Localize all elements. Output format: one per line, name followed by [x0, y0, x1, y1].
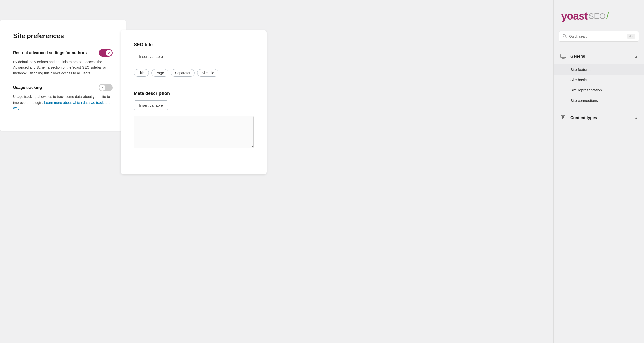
restrict-settings-header: Restrict advanced settings for authors ✓: [13, 49, 113, 57]
meta-description-label: Meta description: [134, 91, 254, 96]
site-preferences-panel: Site preferences Restrict advanced setti…: [0, 20, 126, 131]
svg-rect-2: [561, 54, 566, 58]
general-chevron-icon: ▲: [634, 54, 638, 58]
seo-title-tags-row: Title Page Separator Site title: [134, 65, 254, 81]
search-input[interactable]: [569, 34, 627, 38]
restrict-settings-label: Restrict advanced settings for authors: [13, 51, 87, 55]
general-section-header[interactable]: General ▲: [554, 49, 644, 63]
content-types-section-left: Content types: [560, 114, 597, 121]
restrict-settings-toggle[interactable]: ✓: [99, 49, 113, 57]
toggle-check-icon: ✓: [108, 51, 110, 55]
usage-tracking-header: Usage tracking ✕: [13, 84, 113, 91]
content-types-section-header[interactable]: Content types ▲: [554, 111, 644, 125]
nav-item-site-basics[interactable]: Site basics: [554, 75, 644, 85]
yoast-sidebar: yoast SEO / ⌘K General: [553, 0, 644, 343]
usage-tracking-label: Usage tracking: [13, 85, 42, 90]
nav-item-site-features[interactable]: Site features: [554, 64, 644, 75]
restrict-settings-description: By default only editors and administrato…: [13, 59, 113, 76]
nav-divider: [554, 109, 644, 109]
tag-site-title[interactable]: Site title: [197, 69, 218, 77]
content-types-section-title: Content types: [570, 116, 597, 120]
usage-tracking-row: Usage tracking ✕ Usage tracking allows u…: [13, 84, 113, 111]
svg-rect-6: [562, 117, 564, 118]
restrict-settings-row: Restrict advanced settings for authors ✓…: [13, 49, 113, 76]
toggle-x-icon: ✕: [101, 86, 104, 89]
svg-rect-8: [562, 116, 564, 117]
meta-description-insert-variable-button[interactable]: Insert variable: [134, 100, 168, 110]
tag-page[interactable]: Page: [151, 69, 168, 77]
seo-title-label: SEO title: [134, 42, 254, 47]
general-section-title: General: [570, 54, 585, 59]
svg-rect-7: [562, 118, 564, 119]
seo-title-section: SEO title Insert variable Title Page Sep…: [134, 42, 254, 81]
monitor-icon: [560, 53, 567, 60]
svg-line-1: [565, 37, 566, 38]
meta-description-textarea[interactable]: [134, 116, 254, 148]
yoast-logo: yoast SEO /: [554, 10, 644, 31]
content-types-chevron-icon: ▲: [634, 116, 638, 120]
logo-yoast-text: yoast: [561, 10, 588, 22]
seo-title-insert-variable-button[interactable]: Insert variable: [134, 52, 168, 61]
toggle-knob-off: ✕: [99, 85, 105, 91]
usage-tracking-toggle[interactable]: ✕: [99, 84, 113, 91]
nav-section-general: General ▲ Site features Site basics Site…: [554, 49, 644, 107]
usage-tracking-description: Usage tracking allows us to track some d…: [13, 94, 113, 111]
general-section-left: General: [560, 53, 585, 60]
search-bar[interactable]: ⌘K: [559, 31, 639, 42]
tag-separator[interactable]: Separator: [171, 69, 195, 77]
logo-seo-text: SEO: [589, 12, 606, 21]
panel-title: Site preferences: [13, 32, 113, 40]
nav-section-content-types: Content types ▲: [554, 111, 644, 125]
document-icon: [560, 114, 567, 121]
logo-slash-icon: /: [606, 11, 609, 22]
general-sub-items: Site features Site basics Site represent…: [554, 63, 644, 107]
seo-panel: SEO title Insert variable Title Page Sep…: [121, 30, 267, 174]
toggle-knob-on: ✓: [106, 50, 112, 56]
nav-item-site-representation[interactable]: Site representation: [554, 85, 644, 95]
nav-item-site-connections[interactable]: Site connections: [554, 95, 644, 106]
search-icon: [562, 34, 567, 39]
tag-title[interactable]: Title: [134, 69, 149, 77]
search-shortcut: ⌘K: [627, 34, 635, 39]
meta-description-section: Meta description Insert variable: [134, 91, 254, 149]
